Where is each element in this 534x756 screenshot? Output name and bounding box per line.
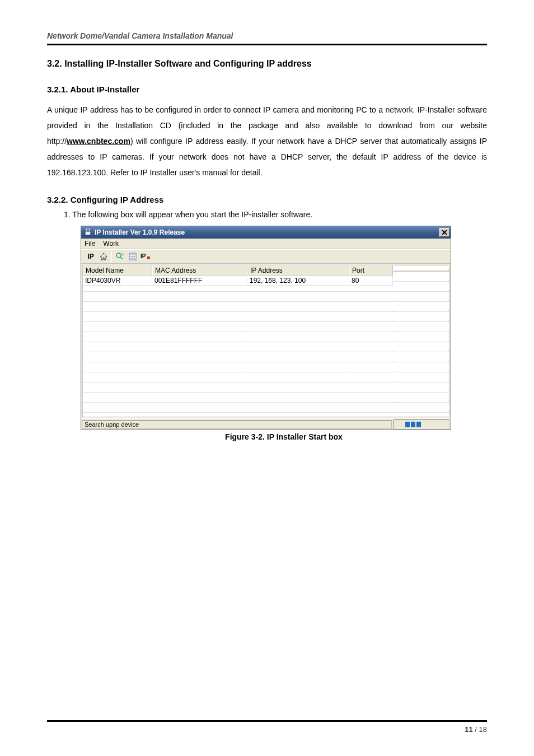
svg-rect-7	[147, 256, 150, 259]
table-cell	[152, 371, 247, 372]
table-row	[83, 296, 449, 306]
table-cell	[247, 320, 349, 322]
table-cell	[83, 411, 152, 413]
table-cell	[247, 371, 349, 372]
table-cell	[349, 401, 393, 403]
page-total: 18	[479, 725, 487, 734]
step-1-text: 1. The following box will appear when yo…	[64, 210, 487, 219]
table-cell	[152, 290, 247, 292]
page-footer: 11 / 18	[47, 720, 487, 734]
table-cell	[247, 330, 349, 332]
table-row	[83, 366, 449, 376]
table-cell	[83, 290, 152, 292]
table-cell	[152, 351, 247, 352]
table-cell	[83, 371, 152, 372]
table-cell	[349, 300, 393, 302]
table-cell	[393, 361, 449, 362]
table-row	[83, 376, 449, 386]
table-cell	[393, 401, 449, 403]
table-row	[83, 326, 449, 336]
table-cell: 192, 168, 123, 100	[247, 276, 349, 286]
table-cell: 001E81FFFFFF	[152, 276, 247, 286]
table-row	[83, 306, 449, 316]
table-cell	[247, 411, 349, 413]
table-row	[83, 386, 449, 396]
table-cell	[393, 340, 449, 342]
table-cell	[83, 300, 152, 302]
col-ip[interactable]: IP Address	[247, 265, 349, 276]
table-cell	[393, 411, 449, 413]
col-mac[interactable]: MAC Address	[152, 265, 247, 276]
table-cell	[247, 381, 349, 382]
table-cell	[83, 320, 152, 322]
table-cell	[393, 300, 449, 302]
status-text: Search upnp device	[82, 420, 392, 429]
table-cell	[247, 361, 349, 362]
menu-bar: File Work	[81, 239, 451, 249]
table-cell	[152, 320, 247, 322]
device-grid: Model Name MAC Address IP Address Port I…	[82, 265, 449, 417]
col-port[interactable]: Port	[349, 265, 393, 276]
table-cell	[152, 340, 247, 342]
body-pre: A unique IP address has to be configured…	[47, 105, 385, 114]
table-cell	[83, 391, 152, 393]
table-cell	[152, 300, 247, 302]
table-cell	[247, 290, 349, 292]
table-cell	[247, 401, 349, 403]
table-cell	[393, 290, 449, 292]
window-title: IP Installer Ver 1.0.9 Release	[95, 228, 439, 236]
svg-rect-0	[85, 231, 91, 235]
table-cell	[152, 411, 247, 413]
table-row	[83, 396, 449, 407]
page-current: 11	[465, 725, 472, 734]
menu-work[interactable]: Work	[103, 240, 119, 248]
menu-file[interactable]: File	[85, 240, 95, 248]
subsection-321-body: A unique IP address has to be configured…	[47, 102, 487, 180]
table-cell	[349, 330, 393, 332]
table-cell	[83, 340, 152, 342]
table-cell	[83, 351, 152, 352]
toolbar-ip-button[interactable]: IP	[85, 250, 97, 263]
table-cell	[247, 391, 349, 393]
title-bar: IP Installer Ver 1.0.9 Release	[81, 226, 451, 239]
table-row	[83, 286, 449, 296]
table-row	[83, 336, 449, 346]
website-link[interactable]: www.cnbtec.com	[67, 137, 130, 146]
table-cell	[247, 300, 349, 302]
table-cell	[349, 381, 393, 382]
table-cell	[393, 310, 449, 312]
table-row[interactable]: IDP4030VR001E81FFFFFF192, 168, 123, 1008…	[83, 276, 449, 286]
list-icon[interactable]	[127, 250, 139, 263]
table-cell	[247, 351, 349, 352]
app-icon	[83, 228, 92, 237]
subsection-322-title: 3.2.2. Configuring IP Address	[47, 195, 487, 204]
home-icon[interactable]	[97, 250, 110, 263]
ip-installer-window: IP Installer Ver 1.0.9 Release File Work…	[81, 226, 451, 430]
table-row	[83, 407, 449, 417]
status-bar: Search upnp device	[81, 418, 451, 430]
col-spacer	[393, 269, 449, 272]
table-cell	[152, 310, 247, 312]
table-row	[83, 356, 449, 366]
close-button[interactable]	[439, 228, 449, 237]
table-cell	[393, 381, 449, 382]
table-cell	[247, 340, 349, 342]
table-cell	[349, 391, 393, 393]
status-progress	[394, 419, 449, 430]
search-refresh-icon[interactable]	[114, 250, 126, 263]
subsection-321-title: 3.2.1. About IP-Installer	[47, 85, 487, 94]
ip-config-icon[interactable]: IP	[139, 250, 152, 263]
table-cell	[349, 411, 393, 413]
body-network: network	[385, 105, 413, 114]
table-cell	[393, 280, 449, 282]
svg-point-1	[116, 253, 121, 258]
table-cell	[393, 351, 449, 352]
table-cell	[152, 391, 247, 393]
header-rule	[47, 44, 487, 45]
table-cell: IDP4030VR	[83, 276, 152, 286]
page-sep: /	[473, 725, 479, 734]
table-cell	[393, 320, 449, 322]
col-model[interactable]: Model Name	[83, 265, 152, 276]
screenshot-container: IP Installer Ver 1.0.9 Release File Work…	[81, 226, 487, 441]
grid-header: Model Name MAC Address IP Address Port	[83, 265, 449, 276]
